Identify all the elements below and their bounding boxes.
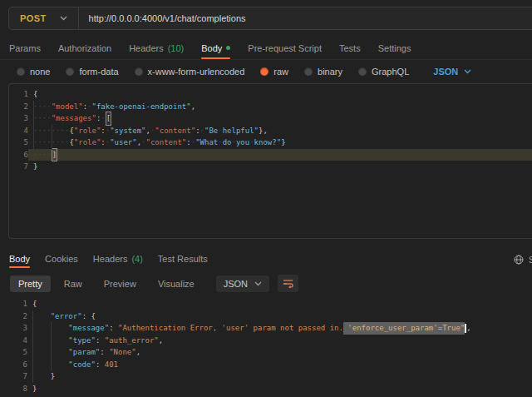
code-token [32, 310, 51, 323]
response-tab-test-results[interactable]: Test Results [158, 250, 208, 268]
code-token: : [109, 322, 118, 335]
code-token: "system" [110, 125, 145, 137]
code-line[interactable]: 2 "error": { [8, 310, 532, 323]
line-number: 2 [8, 310, 27, 323]
raw-view-button[interactable]: Raw [56, 275, 91, 292]
radio-icon [135, 67, 143, 76]
code-token: "None" [109, 346, 136, 359]
radio-raw[interactable]: raw [260, 67, 288, 77]
visualize-view-button[interactable]: Visualize [150, 275, 203, 292]
code-line[interactable]: 3····"messages":·[ [9, 112, 532, 125]
code-token: }, [259, 125, 268, 137]
radio-label: form-data [79, 67, 118, 77]
button-label: Preview [104, 279, 136, 289]
code-token: "auth_error" [105, 335, 159, 347]
response-meta-area: S [514, 251, 532, 268]
code-token: , [159, 335, 163, 347]
code-token: :· [101, 136, 110, 149]
line-number: 7 [9, 161, 28, 173]
code-token: 'enforce_user_param'=True" [343, 322, 465, 335]
code-line[interactable]: 6 "code": 401 [8, 359, 532, 371]
code-token: "role" [74, 125, 101, 137]
line-number: 6 [9, 149, 28, 161]
body-type-selector: none form-data x-www-form-urlencoded raw… [17, 60, 532, 83]
code-line[interactable]: 3 "message": "Authentication Error, 'use… [8, 322, 532, 335]
method-selector[interactable]: POST [9, 7, 78, 29]
code-line[interactable]: 2····"model":·"fake-openai-endpoint", [9, 101, 532, 113]
url-input[interactable]: http://0.0.0.0:4000/v1/chat/completions [79, 13, 246, 23]
tab-body[interactable]: Body [201, 37, 230, 59]
code-token: : [96, 335, 105, 347]
tab-settings[interactable]: Settings [378, 37, 411, 59]
pretty-view-button[interactable]: Pretty [10, 275, 51, 292]
code-token: "What·do·you·know?" [195, 136, 281, 149]
tab-label: Body [201, 43, 222, 53]
code-line[interactable]: 5········{"role":·"user",·"content":·"Wh… [9, 136, 532, 149]
code-token: "fake-openai-endpoint" [91, 101, 190, 113]
tab-params[interactable]: Params [9, 37, 41, 59]
response-tab-body[interactable]: Body [9, 250, 30, 268]
radio-x-www-form-urlencoded[interactable]: x-www-form-urlencoded [135, 67, 245, 77]
code-token: "messages" [52, 112, 96, 125]
tab-tests[interactable]: Tests [339, 37, 361, 59]
tab-label: Settings [378, 43, 411, 53]
request-body-editor[interactable]: 1{2····"model":·"fake-openai-endpoint",3… [8, 83, 532, 239]
line-number: 4 [8, 335, 27, 347]
radio-graphql[interactable]: GraphQL [358, 67, 409, 77]
button-label: Visualize [158, 279, 195, 289]
tab-label: Headers [93, 254, 128, 264]
indent-guide [51, 322, 52, 370]
code-token: , [191, 101, 195, 113]
tab-label: Authorization [58, 43, 111, 53]
code-token: , [466, 322, 470, 335]
code-line[interactable]: 7} [9, 161, 532, 173]
code-token: { [33, 88, 37, 101]
code-line[interactable]: 4 "type": "auth_error", [8, 335, 532, 347]
code-line[interactable]: 1{ [9, 88, 532, 101]
indent-guide [32, 310, 33, 383]
code-token: } [33, 161, 37, 173]
code-token: : { [82, 310, 96, 323]
tab-label: Tests [339, 43, 361, 53]
line-number: 1 [8, 298, 27, 310]
method-label: POST [20, 13, 47, 23]
line-number: 3 [9, 112, 28, 125]
code-token: } [32, 383, 37, 395]
tab-pre-request-script[interactable]: Pre-request Script [248, 37, 322, 59]
code-token: :· [186, 136, 195, 149]
code-line[interactable]: 6····] [9, 149, 532, 161]
code-token: ···· [33, 149, 52, 161]
request-url-bar: POST http://0.0.0.0:4000/v1/chat/complet… [8, 7, 532, 30]
request-language-selector[interactable]: JSON [433, 67, 471, 77]
radio-none[interactable]: none [17, 67, 50, 77]
tab-authorization[interactable]: Authorization [58, 37, 111, 59]
response-body-editor[interactable]: 1{2 "error": {3 "message": "Authenticati… [8, 295, 532, 396]
line-number: 3 [8, 322, 27, 335]
code-line[interactable]: 4········{"role":·"system",·"content":·"… [9, 125, 532, 137]
code-line[interactable]: 1{ [8, 298, 532, 310]
code-line[interactable]: 8} [8, 383, 532, 395]
button-label: Raw [64, 279, 82, 289]
chevron-down-icon [254, 281, 262, 286]
globe-icon[interactable] [514, 255, 524, 265]
code-token: "content" [146, 136, 187, 149]
response-tabs: Body Cookies Headers (4) Test Results [9, 250, 208, 268]
response-tab-cookies[interactable]: Cookies [45, 250, 78, 268]
radio-binary[interactable]: binary [304, 67, 342, 77]
indent-guide [33, 101, 34, 161]
wrap-text-button[interactable] [278, 275, 298, 292]
radio-icon [66, 67, 74, 76]
tab-headers[interactable]: Headers (10) [129, 37, 184, 59]
radio-form-data[interactable]: form-data [66, 67, 118, 77]
tab-label: Headers [129, 43, 164, 53]
preview-view-button[interactable]: Preview [96, 275, 145, 292]
code-token: ,· [137, 136, 146, 149]
line-number: 7 [8, 370, 27, 383]
code-token: "param" [68, 346, 100, 359]
response-tab-headers[interactable]: Headers (4) [93, 250, 143, 268]
chevron-down-icon [60, 16, 67, 21]
code-line[interactable]: 7 } [8, 370, 532, 383]
code-line[interactable]: 5 "param": "None", [8, 346, 532, 359]
code-token: : [100, 346, 109, 359]
response-language-selector[interactable]: JSON [216, 275, 269, 292]
